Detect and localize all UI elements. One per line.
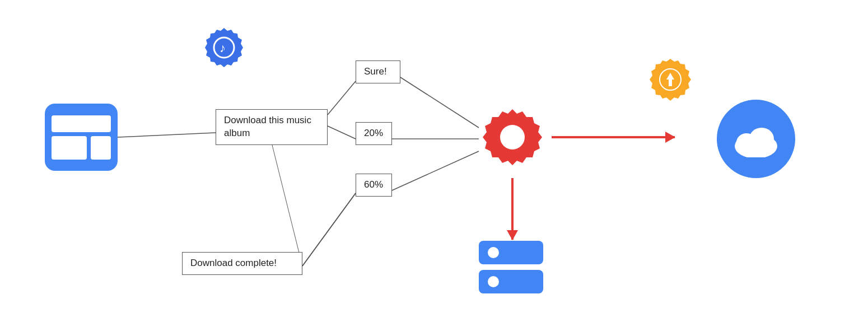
svg-line-8	[272, 143, 302, 266]
db-item-1	[479, 241, 543, 264]
db-dot-2	[488, 276, 499, 287]
gear-to-db-arrow	[511, 178, 514, 240]
svg-line-7	[302, 193, 356, 266]
svg-line-6	[302, 193, 356, 266]
svg-point-11	[500, 125, 525, 150]
db-item-2	[479, 270, 543, 293]
app-icon-bottom-right	[91, 136, 111, 160]
svg-line-3	[400, 77, 479, 128]
app-icon-bottom-section	[52, 136, 111, 160]
sure-label: Sure!	[356, 60, 400, 83]
svg-point-16	[749, 128, 774, 150]
svg-line-2	[328, 126, 356, 139]
app-icon-top-bar	[52, 115, 111, 132]
download-badge-icon	[647, 56, 694, 104]
diagram-canvas: ♪ Download this music album Sure! 20% 60…	[0, 0, 868, 336]
db-dot-1	[488, 247, 499, 258]
svg-line-0	[118, 133, 216, 137]
svg-text:♪: ♪	[220, 41, 226, 55]
music-badge-icon: ♪	[202, 25, 246, 70]
download-complete-label: Download complete!	[182, 252, 302, 275]
svg-line-5	[392, 151, 479, 190]
app-icon-bottom-left	[52, 136, 87, 160]
svg-line-1	[328, 81, 356, 115]
gear-to-cloud-arrow	[552, 136, 675, 138]
twenty-percent-label: 20%	[356, 122, 392, 145]
processing-gear-icon	[476, 104, 549, 176]
cloud-icon	[717, 100, 795, 178]
sixty-percent-label: 60%	[356, 174, 392, 197]
download-album-label: Download this music album	[216, 109, 328, 145]
app-icon	[45, 104, 118, 171]
